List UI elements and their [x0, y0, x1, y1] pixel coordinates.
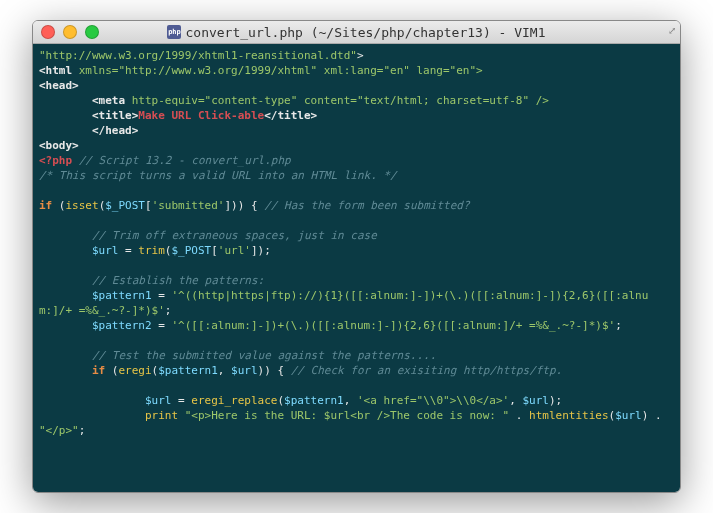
- equals: =: [118, 244, 138, 257]
- comment: // Trim off extraneous spaces, just in c…: [92, 229, 377, 242]
- keyword-if: if: [39, 199, 52, 212]
- bracket: ]: [251, 244, 258, 257]
- fn-eregi-replace: eregi_replace: [191, 394, 277, 407]
- html-attrs: xmlns="http://www.w3.org/1999/xhtml" xml…: [72, 64, 483, 77]
- doctype-string: "http://www.w3.org/1999/xhtml1-reansitio…: [39, 49, 357, 62]
- string: 'url': [218, 244, 251, 257]
- comma: ,: [509, 394, 522, 407]
- fn-htmlentities: htmlentities: [529, 409, 608, 422]
- paren-semi: );: [258, 244, 271, 257]
- equals: =: [171, 394, 191, 407]
- paren-brace: )) {: [231, 199, 258, 212]
- indent: [39, 289, 92, 302]
- indent: [39, 124, 92, 137]
- equals: =: [152, 319, 172, 332]
- comment: // Test the submitted value against the …: [92, 349, 436, 362]
- paren-brace: )) {: [258, 364, 285, 377]
- head-close: </head>: [92, 124, 138, 137]
- titlebar[interactable]: php convert_url.php (~/Sites/php/chapter…: [33, 21, 680, 44]
- title-text: convert_url.php (~/Sites/php/chapter13) …: [185, 25, 545, 40]
- tag-close: >: [357, 49, 364, 62]
- indent: [39, 244, 92, 257]
- string: "</p>": [39, 424, 79, 437]
- title-content: Make URL Click-able: [138, 109, 264, 122]
- var: $url: [231, 364, 258, 377]
- html-tag: <html: [39, 64, 72, 77]
- comma: ,: [218, 364, 231, 377]
- php-file-icon: php: [167, 25, 181, 39]
- var-post: $_POST: [171, 244, 211, 257]
- close-icon[interactable]: [41, 25, 55, 39]
- paren-concat: ) .: [642, 409, 669, 422]
- comment-block: /* This script turns a valid URL into an…: [39, 169, 397, 182]
- comment: // Establish the patterns:: [92, 274, 264, 287]
- fn-print: print: [145, 409, 178, 422]
- paren: (: [105, 364, 118, 377]
- indent: [39, 109, 92, 122]
- var-pattern2: $pattern2: [92, 319, 152, 332]
- indent: [39, 349, 92, 362]
- indent: [39, 409, 145, 422]
- var-url: $url: [92, 244, 119, 257]
- bracket: [: [145, 199, 152, 212]
- vim-window: php convert_url.php (~/Sites/php/chapter…: [32, 20, 681, 493]
- semicolon: ;: [79, 424, 86, 437]
- indent: [39, 319, 92, 332]
- string: 'submitted': [152, 199, 225, 212]
- meta-attrs: http-equiv="content-type" content="text/…: [125, 94, 549, 107]
- editor-area[interactable]: "http://www.w3.org/1999/xhtml1-reansitio…: [33, 44, 680, 492]
- comma: ,: [344, 394, 357, 407]
- bracket: [: [211, 244, 218, 257]
- semicolon: ;: [165, 304, 172, 317]
- fn-trim: trim: [138, 244, 165, 257]
- indent: [39, 364, 92, 377]
- head-open: <head>: [39, 79, 79, 92]
- indent: [39, 394, 145, 407]
- indent: [39, 94, 92, 107]
- concat: .: [509, 409, 529, 422]
- comment: // Check for an exisiting http/https/ftp…: [284, 364, 562, 377]
- minimize-icon[interactable]: [63, 25, 77, 39]
- zoom-icon[interactable]: [85, 25, 99, 39]
- fn-eregi: eregi: [118, 364, 151, 377]
- window-title: php convert_url.php (~/Sites/php/chapter…: [33, 25, 680, 40]
- resize-icon[interactable]: ⤢: [668, 25, 676, 36]
- paren: (: [52, 199, 65, 212]
- var: $url: [523, 394, 550, 407]
- indent: [39, 229, 92, 242]
- paren-semi: );: [549, 394, 562, 407]
- var: $pattern1: [158, 364, 218, 377]
- title-open: <title>: [92, 109, 138, 122]
- space: [178, 409, 185, 422]
- body-open: <body>: [39, 139, 79, 152]
- semicolon: ;: [615, 319, 622, 332]
- title-close-tag: </title>: [264, 109, 317, 122]
- traffic-lights: [33, 25, 99, 39]
- var-pattern1: $pattern1: [92, 289, 152, 302]
- string-regex: '^([[:alnum:]-])+(\.)([[:alnum:]-]){2,6}…: [171, 319, 615, 332]
- var-url: $url: [145, 394, 172, 407]
- meta-tag: <meta: [92, 94, 125, 107]
- string: "<p>Here is the URL: $url<br />The code …: [185, 409, 510, 422]
- var: $pattern1: [284, 394, 344, 407]
- equals: =: [152, 289, 172, 302]
- comment: // Has the form been submitted?: [258, 199, 470, 212]
- fn-isset: isset: [66, 199, 99, 212]
- comment: // Script 13.2 - convert_url.php: [72, 154, 291, 167]
- var: $url: [615, 409, 642, 422]
- indent: [39, 274, 92, 287]
- string: '<a href="\\0">\\0</a>': [357, 394, 509, 407]
- php-open-tag: <?php: [39, 154, 72, 167]
- var-post: $_POST: [105, 199, 145, 212]
- keyword-if: if: [92, 364, 105, 377]
